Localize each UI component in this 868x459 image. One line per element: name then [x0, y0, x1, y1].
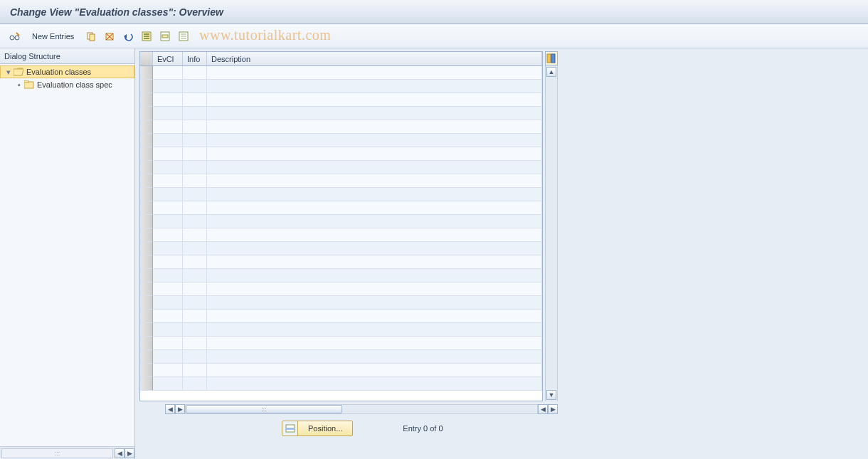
table-scroll-up-button[interactable]: ▲ [546, 67, 556, 77]
cell-evcl[interactable] [153, 323, 183, 337]
table-configure-button[interactable] [545, 51, 558, 65]
cell-info[interactable] [183, 107, 207, 120]
undo-button[interactable] [120, 28, 136, 44]
cell-description[interactable] [207, 107, 542, 120]
cell-info[interactable] [183, 310, 207, 323]
cell-evcl[interactable] [153, 188, 183, 201]
cell-info[interactable] [183, 269, 207, 283]
cell-evcl[interactable] [153, 147, 183, 161]
row-selector[interactable] [140, 296, 153, 310]
table-vscroll-track[interactable]: ▲ ▼ [545, 65, 558, 401]
cell-evcl[interactable] [153, 296, 183, 310]
cell-evcl[interactable] [153, 364, 183, 377]
cell-evcl[interactable] [153, 269, 183, 283]
select-all-button[interactable] [139, 28, 154, 44]
select-block-button[interactable] [157, 28, 173, 44]
row-selector[interactable] [140, 364, 153, 377]
cell-info[interactable] [183, 283, 207, 296]
table-header-selector[interactable] [140, 52, 153, 65]
table-header-description[interactable]: Description [207, 52, 542, 65]
cell-description[interactable] [207, 364, 542, 377]
table-scroll-down-button[interactable]: ▼ [546, 390, 556, 400]
cell-description[interactable] [207, 188, 542, 201]
cell-info[interactable] [183, 80, 207, 93]
position-button[interactable]: Position... [282, 421, 353, 436]
row-selector[interactable] [140, 161, 153, 174]
cell-description[interactable] [207, 228, 542, 242]
tree-item-evaluation-classes[interactable]: ▾ Evaluation classes [0, 65, 134, 78]
row-selector[interactable] [140, 255, 153, 269]
cell-evcl[interactable] [153, 283, 183, 296]
row-selector[interactable] [140, 66, 153, 80]
table-scroll-first-button[interactable]: ◀ [165, 404, 175, 414]
cell-description[interactable] [207, 66, 542, 80]
cell-description[interactable] [207, 310, 542, 323]
cell-description[interactable] [207, 161, 542, 174]
row-selector[interactable] [140, 228, 153, 242]
cell-evcl[interactable] [153, 174, 183, 188]
row-selector[interactable] [140, 93, 153, 107]
cell-info[interactable] [183, 174, 207, 188]
toggle-edit-button[interactable] [7, 28, 23, 44]
left-pane-scroll-left-button[interactable]: ◀ [115, 448, 125, 458]
row-selector[interactable] [140, 147, 153, 161]
cell-evcl[interactable] [153, 80, 183, 93]
table-hscroll-thumb[interactable]: ::: [186, 405, 342, 413]
cell-description[interactable] [207, 147, 542, 161]
table-header-evcl[interactable]: EvCl [153, 52, 183, 65]
cell-evcl[interactable] [153, 66, 183, 80]
cell-evcl[interactable] [153, 215, 183, 228]
cell-description[interactable] [207, 120, 542, 134]
cell-description[interactable] [207, 201, 542, 215]
cell-info[interactable] [183, 93, 207, 107]
left-pane-scroll-right-button[interactable]: ▶ [125, 448, 134, 458]
cell-description[interactable] [207, 174, 542, 188]
delete-button[interactable] [102, 28, 117, 44]
cell-info[interactable] [183, 377, 207, 391]
cell-description[interactable] [207, 255, 542, 269]
row-selector[interactable] [140, 242, 153, 255]
row-selector[interactable] [140, 174, 153, 188]
row-selector[interactable] [140, 134, 153, 147]
cell-description[interactable] [207, 269, 542, 283]
cell-info[interactable] [183, 215, 207, 228]
cell-description[interactable] [207, 296, 542, 310]
row-selector[interactable] [140, 201, 153, 215]
cell-evcl[interactable] [153, 337, 183, 350]
cell-info[interactable] [183, 66, 207, 80]
table-scroll-right-button[interactable]: ◀ [538, 404, 548, 414]
cell-info[interactable] [183, 161, 207, 174]
cell-info[interactable] [183, 242, 207, 255]
cell-info[interactable] [183, 255, 207, 269]
row-selector[interactable] [140, 107, 153, 120]
table-scroll-left-button[interactable]: ▶ [175, 404, 185, 414]
cell-description[interactable] [207, 323, 542, 337]
row-selector[interactable] [140, 337, 153, 350]
cell-evcl[interactable] [153, 228, 183, 242]
cell-info[interactable] [183, 337, 207, 350]
cell-evcl[interactable] [153, 161, 183, 174]
cell-evcl[interactable] [153, 242, 183, 255]
copy-as-button[interactable] [83, 28, 99, 44]
cell-description[interactable] [207, 377, 542, 391]
cell-info[interactable] [183, 350, 207, 364]
cell-info[interactable] [183, 323, 207, 337]
cell-evcl[interactable] [153, 310, 183, 323]
row-selector[interactable] [140, 120, 153, 134]
row-selector[interactable] [140, 80, 153, 93]
tree-item-evaluation-class-spec[interactable]: ▪ Evaluation class spec [0, 78, 134, 91]
cell-info[interactable] [183, 296, 207, 310]
cell-description[interactable] [207, 242, 542, 255]
cell-description[interactable] [207, 215, 542, 228]
table-header-info[interactable]: Info [183, 52, 207, 65]
table-scroll-last-button[interactable]: ▶ [548, 404, 558, 414]
expand-icon[interactable]: ▾ [4, 68, 14, 77]
row-selector[interactable] [140, 310, 153, 323]
cell-evcl[interactable] [153, 201, 183, 215]
row-selector[interactable] [140, 283, 153, 296]
cell-evcl[interactable] [153, 255, 183, 269]
cell-info[interactable] [183, 364, 207, 377]
cell-evcl[interactable] [153, 350, 183, 364]
cell-info[interactable] [183, 188, 207, 201]
row-selector[interactable] [140, 188, 153, 201]
